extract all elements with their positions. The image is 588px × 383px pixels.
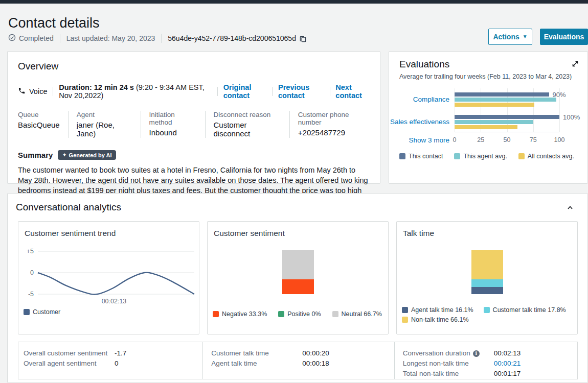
contact-link[interactable]: Original contact [223,83,267,100]
talk-time-card: Talk time Agent talk time 16.1%Customer … [396,221,578,334]
chevron-up-icon[interactable] [566,204,574,214]
top-navigation-bar [0,0,588,4]
evaluations-card: Evaluations Average for trailing four we… [389,51,588,184]
phone-icon [18,87,26,96]
overview-fields: QueueBasicQueueAgentjaner (Roe, Jane)Ini… [18,111,370,138]
legend-swatch [402,317,408,323]
evaluation-bar [455,125,517,129]
evaluations-title: Evaluations [399,59,449,70]
summary-header: Summary ✦ Generated by AI [18,150,370,160]
sparkle-icon: ✦ [62,152,66,158]
actions-button-label: Actions [493,33,519,41]
sentiment-trend-chart: +50-500:02:13 [19,244,198,308]
legend-label: This contact [409,153,443,160]
customer-sentiment-title: Customer sentiment [214,229,285,238]
legend-swatch [399,153,405,159]
sentiment-trend-title: Customer sentiment trend [25,229,116,238]
contact-link[interactable]: Previous contact [278,83,324,100]
evaluation-bar [455,92,549,97]
stats-column: Overall customer sentiment-1.7Overall ag… [18,342,202,379]
legend-swatch [454,153,460,159]
duration-bold: Duration: 12 min 24 s [59,83,134,91]
stat-value: 00:00:18 [302,358,329,369]
x-tick-label: 25 [477,136,484,143]
legend-swatch [24,309,30,315]
field-value: +2025487729 [298,128,370,137]
evaluations-legend: This contactThis agent avg.All contacts … [399,153,574,160]
conversational-analytics-panel: Conversational analytics Customer sentim… [7,193,588,383]
legend-item: This agent avg. [454,153,507,160]
legend-swatch [213,311,219,317]
overview-field: Disconnect reasonCustomer disconnect [214,111,290,138]
legend-label: Non-talk time 66.1% [411,316,469,323]
overview-field: QueueBasicQueue [18,111,69,138]
evaluation-bar [455,103,534,107]
summary-title: Summary [18,151,53,159]
expand-icon[interactable] [571,60,579,70]
stack-segment [282,279,314,294]
stat-label: Customer talk time [211,348,302,358]
status-row: Completed Last updated: May 20, 2023 56u… [8,34,307,43]
stat-label: Overall agent sentiment [24,358,115,369]
divider [272,87,273,96]
evaluations-button[interactable]: Evaluations [540,29,588,45]
legend-swatch [402,307,408,313]
contact-link[interactable]: Next contact [335,83,370,100]
page-title: Contact details [8,15,100,31]
legend-label: This agent avg. [463,153,507,160]
status-badge: Completed [19,34,54,42]
talk-time-title: Talk time [403,229,434,238]
stat-row: Total non-talk time00:01:17 [403,369,577,379]
legend-item: This contact [399,153,443,160]
stat-row: Overall agent sentiment0 [24,358,202,369]
stat-value: 00:02:13 [494,348,521,358]
evaluation-category-link[interactable]: Sales effectiveness [389,118,449,126]
stats-column: Customer talk time00:00:20Agent talk tim… [202,342,394,379]
customer-sentiment-legend: Negative 33.3%Positive 0%Neutral 66.7% [213,310,382,318]
evaluations-button-label: Evaluations [544,33,584,41]
trend-y-tick: 0 [30,269,34,276]
stat-row: Agent talk time00:00:18 [211,358,394,369]
info-icon[interactable]: i [473,350,480,357]
show-more-link[interactable]: Show 3 more [389,136,449,144]
evaluation-bar [455,115,559,119]
stat-label: Overall customer sentiment [24,348,115,358]
stat-row: Customer talk time00:00:20 [211,348,394,358]
divider [161,34,162,43]
x-tick-label: 0 [453,136,457,143]
customer-sentiment-stacked-bar [282,250,314,294]
trend-y-tick: +5 [27,248,34,255]
overview-field: Agentjaner (Roe, Jane) [77,111,141,138]
legend-swatch [278,311,284,317]
evaluation-bar [455,98,556,102]
field-label: Customer phone number [298,111,370,126]
field-label: Agent [77,111,132,118]
legend-item: Agent talk time 16.1% [402,306,473,314]
legend-item: Non-talk time 66.1% [402,316,469,323]
stat-value[interactable]: 00:00:21 [494,358,521,369]
evaluations-plot-area [455,88,559,132]
evaluation-category-link[interactable]: Compliance [389,95,449,103]
stat-value: 00:00:20 [302,348,329,358]
legend-label: All contacts avg. [528,153,574,160]
x-tick-label: 100 [554,136,565,143]
overview-field: Initiation methodInbound [149,111,206,138]
trend-y-tick: -5 [28,291,34,298]
copy-icon[interactable] [299,35,307,42]
legend-label: Neutral 66.7% [342,310,382,318]
bar-value-label: 100% [563,113,580,121]
stat-label: Conversation durationi [403,348,494,358]
stats-column: Conversation durationi00:02:13Longest no… [394,342,577,379]
stat-label: Agent talk time [211,358,302,369]
field-value[interactable]: BasicQueue [18,121,60,129]
legend-item: Neutral 66.7% [332,310,382,318]
legend-swatch [332,311,338,317]
legend-item: All contacts avg. [518,153,574,160]
divider [53,87,53,96]
legend-label: Customer [33,308,60,316]
contact-links: Original contactPrevious contactNext con… [223,83,370,100]
evaluations-subtitle: Average for trailing four weeks (Feb 11,… [399,73,572,80]
stat-row: Overall customer sentiment-1.7 [24,348,202,358]
stack-segment [471,279,503,287]
actions-button[interactable]: Actions ▼ [488,29,532,45]
